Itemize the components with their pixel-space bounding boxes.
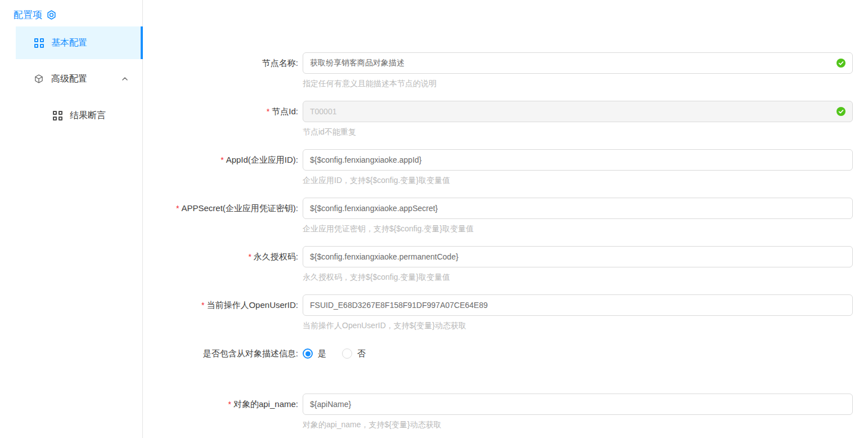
appstore-icon xyxy=(34,38,44,48)
appid-label: AppId(企业应用ID): xyxy=(226,155,298,164)
check-circle-icon xyxy=(836,107,845,116)
form-row-include-detail: 是否包含从对象描述信息: 是 否 xyxy=(143,343,868,364)
api-name-helper: 对象的api_name，支持${变量}动态获取 xyxy=(303,418,853,431)
sidebar-item-advanced-config[interactable]: 高级配置 xyxy=(16,66,143,91)
sidebar-header: 配置项 xyxy=(0,0,143,21)
sidebar-item-label: 结果断言 xyxy=(70,110,106,122)
required-mark: * xyxy=(176,204,179,213)
field-label-cell: 是否包含从对象描述信息: xyxy=(143,343,303,364)
appsecret-input[interactable] xyxy=(303,198,853,219)
radio-label: 是 xyxy=(318,348,326,359)
api-name-input[interactable] xyxy=(303,394,853,415)
form-row-permanent-code: *永久授权码: 永久授权码，支持${$config.变量}取变量值 xyxy=(143,246,868,283)
radio-selected-icon xyxy=(303,348,313,359)
permanent-code-helper: 永久授权码，支持${$config.变量}取变量值 xyxy=(303,271,853,283)
open-userid-input[interactable] xyxy=(303,294,853,316)
open-userid-helper: 当前操作人OpenUserID，支持${变量}动态获取 xyxy=(303,319,853,332)
include-detail-label: 是否包含从对象描述信息: xyxy=(203,348,298,358)
radio-unselected-icon xyxy=(342,348,352,359)
node-name-input[interactable] xyxy=(303,52,853,74)
field-label-cell: *APPSecret(企业应用凭证密钥): xyxy=(143,198,303,219)
field-label-cell: 节点名称: xyxy=(143,52,303,74)
field-label-cell: *当前操作人OpenUserID: xyxy=(143,294,303,316)
sidebar-divider xyxy=(142,0,143,438)
radio-option-yes[interactable]: 是 xyxy=(303,348,326,359)
sidebar-item-label: 高级配置 xyxy=(51,73,87,85)
cube-icon xyxy=(34,74,44,84)
sidebar-item-label: 基本配置 xyxy=(51,37,87,49)
check-circle-icon xyxy=(836,59,845,68)
appid-input[interactable] xyxy=(303,149,853,171)
permanent-code-label: 永久授权码: xyxy=(254,252,298,261)
field-label-cell: *AppId(企业应用ID): xyxy=(143,149,303,171)
node-id-input xyxy=(303,101,853,122)
permanent-code-input[interactable] xyxy=(303,246,853,267)
sidebar-item-result-assertion[interactable]: 结果断言 xyxy=(16,104,143,127)
field-label-cell: *对象的api_name: xyxy=(143,394,303,415)
config-form-panel: 节点名称: 指定任何有意义且能描述本节点的说明 *节点Id: xyxy=(143,0,868,438)
radio-label: 否 xyxy=(357,348,366,359)
node-id-helper: 节点id不能重复 xyxy=(303,126,853,138)
appsecret-helper: 企业应用凭证密钥，支持${$config.变量}取变量值 xyxy=(303,222,853,235)
appid-helper: 企业应用ID，支持${$config.变量}取变量值 xyxy=(303,174,853,186)
form-row-open-userid: *当前操作人OpenUserID: 当前操作人OpenUserID，支持${变量… xyxy=(143,294,868,332)
node-name-helper: 指定任何有意义且能描述本节点的说明 xyxy=(303,77,853,90)
form-row-node-id: *节点Id: 节点id不能重复 xyxy=(143,101,868,138)
sidebar-item-basic-config[interactable]: 基本配置 xyxy=(16,26,143,59)
open-userid-label: 当前操作人OpenUserID: xyxy=(206,300,298,310)
include-detail-radio-group: 是 否 xyxy=(303,343,853,364)
field-label-cell: *节点Id: xyxy=(143,101,303,122)
sidebar-title: 配置项 xyxy=(14,8,42,21)
node-id-label: 节点Id: xyxy=(272,106,298,116)
form-row-appsecret: *APPSecret(企业应用凭证密钥): 企业应用凭证密钥，支持${$conf… xyxy=(143,198,868,235)
required-mark: * xyxy=(248,252,251,261)
chevron-up-icon[interactable] xyxy=(121,75,129,83)
radio-option-no[interactable]: 否 xyxy=(342,348,366,359)
node-name-label: 节点名称: xyxy=(262,58,298,68)
settings-nut-icon xyxy=(46,10,57,20)
form-row-appid: *AppId(企业应用ID): 企业应用ID，支持${$config.变量}取变… xyxy=(143,149,868,186)
appsecret-label: APPSecret(企业应用凭证密钥): xyxy=(181,203,298,213)
form-row-api-name: *对象的api_name: 对象的api_name，支持${变量}动态获取 xyxy=(143,394,868,431)
api-name-label: 对象的api_name: xyxy=(233,399,298,409)
required-mark: * xyxy=(267,107,269,116)
required-mark: * xyxy=(201,301,204,310)
appstore-icon xyxy=(52,110,62,120)
required-mark: * xyxy=(221,155,223,164)
sidebar-menu: 基本配置 高级配置 xyxy=(0,26,143,127)
form-row-node-name: 节点名称: 指定任何有意义且能描述本节点的说明 xyxy=(143,52,868,90)
field-label-cell: *永久授权码: xyxy=(143,246,303,267)
config-sidebar: 配置项 基本配置 xyxy=(0,0,143,438)
required-mark: * xyxy=(228,400,231,409)
app-window: 配置项 基本配置 xyxy=(0,0,868,438)
